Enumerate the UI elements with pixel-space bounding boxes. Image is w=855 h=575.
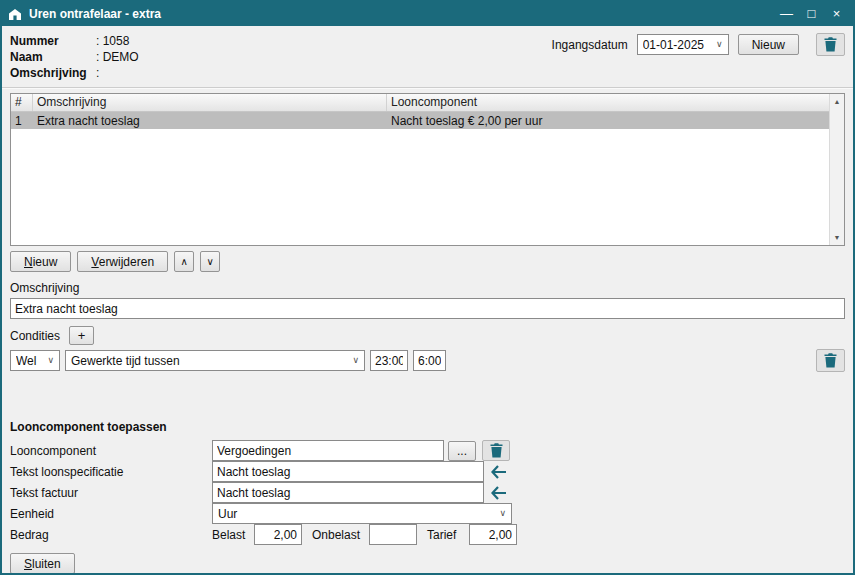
looncomponent-input[interactable] bbox=[212, 440, 444, 461]
omschrijving-input[interactable] bbox=[10, 298, 845, 319]
footer: Sluiten bbox=[10, 553, 845, 574]
table-scrollbar[interactable]: ▲ ▼ bbox=[829, 94, 844, 245]
conditie-row: Wel ∨ Gewerkte tijd tussen ∨ bbox=[10, 349, 845, 372]
eenheid-row: Eenheid Uur ∨ bbox=[10, 503, 845, 524]
nummer-label: Nummer bbox=[10, 34, 96, 48]
ingangsdatum-select[interactable]: 01-01-2025 ∨ bbox=[637, 34, 729, 55]
column-header-looncomponent: Looncomponent bbox=[387, 94, 844, 111]
omschrijving-field-label: Omschrijving bbox=[10, 281, 845, 295]
eenheid-select[interactable]: Uur ∨ bbox=[212, 503, 512, 524]
condities-label: Condities bbox=[10, 329, 60, 343]
time-to-input[interactable] bbox=[413, 350, 446, 371]
conditie-mode-select[interactable]: Wel ∨ bbox=[10, 350, 60, 371]
eenheid-value: Uur bbox=[218, 507, 496, 521]
tekst-loonspecificatie-input[interactable] bbox=[212, 461, 484, 482]
tekst-loonspecificatie-row: Tekst loonspecificatie bbox=[10, 461, 845, 482]
belast-input[interactable] bbox=[254, 524, 302, 545]
table-row[interactable]: 1 Extra nacht toeslag Nacht toeslag € 2,… bbox=[11, 112, 844, 129]
scroll-up-icon[interactable]: ▲ bbox=[830, 94, 844, 109]
column-header-num: # bbox=[11, 94, 33, 111]
chevron-down-icon: ∨ bbox=[713, 40, 726, 49]
ingangsdatum-value: 01-01-2025 bbox=[643, 38, 713, 52]
conditie-mode-value: Wel bbox=[16, 354, 44, 368]
move-up-button[interactable]: ∧ bbox=[174, 251, 194, 272]
looncomponent-row: Looncomponent ... bbox=[10, 440, 845, 461]
naam-value: : DEMO bbox=[96, 50, 139, 64]
cell-looncomponent: Nacht toeslag € 2,00 per uur bbox=[387, 114, 844, 128]
looncomponent-section-title: Looncomponent toepassen bbox=[10, 420, 845, 434]
header: Nummer : 1058 Naam : DEMO Omschrijving :… bbox=[2, 26, 853, 87]
dialog-window: Uren ontrafelaar - extra — □ × Nummer : … bbox=[0, 0, 855, 575]
arrow-left-icon bbox=[491, 486, 507, 500]
condities-header: Condities + bbox=[10, 326, 845, 345]
ontrafel-regels-table: # Omschrijving Looncomponent 1 Extra nac… bbox=[10, 93, 845, 246]
trash-icon bbox=[824, 37, 837, 52]
looncomponent-label: Looncomponent bbox=[10, 444, 212, 458]
tarief-label: Tarief bbox=[427, 528, 464, 542]
tarief-input[interactable] bbox=[469, 524, 517, 545]
nummer-value: : 1058 bbox=[96, 34, 129, 48]
delete-looncomponent-button[interactable] bbox=[482, 440, 510, 461]
add-conditie-button[interactable]: + bbox=[69, 326, 94, 345]
omschrijving-header-value: : bbox=[96, 66, 99, 80]
minimize-button[interactable]: — bbox=[774, 2, 799, 26]
omschrijving-header-label: Omschrijving bbox=[10, 66, 96, 80]
arrow-left-icon bbox=[491, 465, 507, 479]
close-button[interactable]: × bbox=[824, 2, 849, 26]
tekst-factuur-label: Tekst factuur bbox=[10, 486, 212, 500]
chevron-down-icon: ∨ bbox=[496, 509, 509, 518]
cell-omschrijving: Extra nacht toeslag bbox=[33, 114, 387, 128]
delete-ingangsdatum-button[interactable] bbox=[816, 33, 845, 56]
trash-icon bbox=[824, 353, 837, 368]
ingangsdatum-label: Ingangsdatum bbox=[552, 38, 628, 52]
trash-icon bbox=[490, 443, 503, 458]
eenheid-label: Eenheid bbox=[10, 507, 212, 521]
move-down-button[interactable]: ∨ bbox=[200, 251, 220, 272]
ingangsdatum-group: Ingangsdatum 01-01-2025 ∨ Nieuw bbox=[552, 33, 845, 56]
tekst-loonspecificatie-label: Tekst loonspecificatie bbox=[10, 465, 212, 479]
looncomponent-form: Looncomponent ... Tekst loonspecificatie bbox=[10, 440, 845, 545]
bedrag-row: Bedrag Belast Onbelast Tarief bbox=[10, 524, 845, 545]
table-toolbar: Nieuw Verwijderen ∧ ∨ bbox=[10, 251, 845, 272]
sluiten-button[interactable]: Sluiten bbox=[10, 553, 75, 574]
conditie-type-select[interactable]: Gewerkte tijd tussen ∨ bbox=[65, 350, 365, 371]
table-header-row: # Omschrijving Looncomponent bbox=[11, 94, 844, 112]
browse-looncomponent-button[interactable]: ... bbox=[448, 441, 476, 461]
conditie-type-value: Gewerkte tijd tussen bbox=[71, 354, 349, 368]
nieuw-ingangsdatum-button[interactable]: Nieuw bbox=[738, 34, 799, 55]
tekst-factuur-row: Tekst factuur bbox=[10, 482, 845, 503]
belast-label: Belast bbox=[212, 528, 249, 542]
window-title: Uren ontrafelaar - extra bbox=[29, 7, 774, 21]
copy-loonspecificatie-button[interactable] bbox=[487, 461, 511, 482]
onbelast-label: Onbelast bbox=[312, 528, 364, 542]
scroll-down-icon[interactable]: ▼ bbox=[830, 230, 844, 245]
onbelast-input[interactable] bbox=[369, 524, 417, 545]
chevron-down-icon: ∨ bbox=[349, 356, 362, 365]
tekst-factuur-input[interactable] bbox=[212, 482, 484, 503]
header-separator bbox=[2, 87, 853, 89]
cell-num: 1 bbox=[11, 114, 33, 128]
bedrag-label: Bedrag bbox=[10, 528, 212, 542]
time-from-input[interactable] bbox=[370, 350, 408, 371]
nieuw-regel-button[interactable]: Nieuw bbox=[10, 251, 71, 272]
chevron-down-icon: ∨ bbox=[44, 356, 57, 365]
maximize-button[interactable]: □ bbox=[799, 2, 824, 26]
naam-label: Naam bbox=[10, 50, 96, 64]
copy-factuur-button[interactable] bbox=[487, 482, 511, 503]
field-omschrijving: Omschrijving : bbox=[10, 65, 845, 81]
delete-conditie-button[interactable] bbox=[816, 349, 845, 372]
column-header-omschrijving: Omschrijving bbox=[33, 94, 387, 111]
verwijderen-button[interactable]: Verwijderen bbox=[77, 251, 168, 272]
app-icon bbox=[8, 8, 22, 21]
titlebar: Uren ontrafelaar - extra — □ × bbox=[2, 2, 853, 26]
